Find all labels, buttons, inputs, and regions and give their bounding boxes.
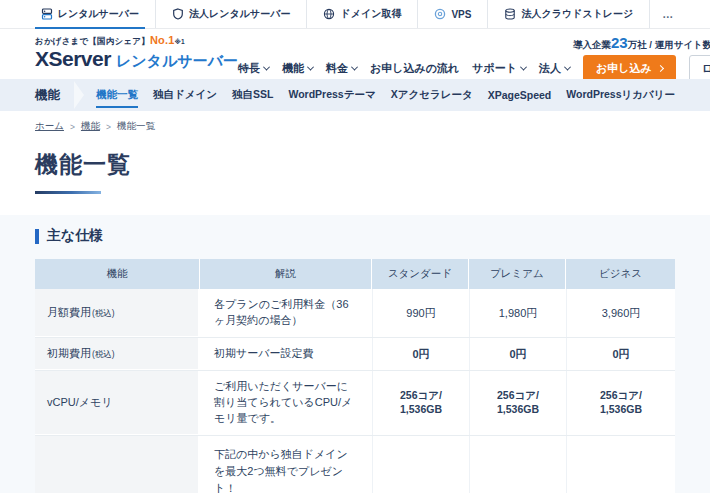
business-value-cell: 3,960円 xyxy=(566,289,675,337)
stats-label-sites: 運用サイト数 xyxy=(655,39,710,50)
service-tab-corporate-rental-server[interactable]: 法人レンタルサーバー xyxy=(155,0,306,28)
stats-separator: / xyxy=(647,39,655,50)
nav-label: 料金 xyxy=(326,61,348,76)
breadcrumb-current: 機能一覧 xyxy=(117,120,155,133)
description-cell: 初期サーバー設定費 xyxy=(200,338,372,370)
premium-value-cell xyxy=(469,436,566,493)
spec-table: 機能 解説 スタンダード プレミアム ビジネス 月額費用(税込) 各プランのご利… xyxy=(35,259,675,493)
subnav-item-feature-list[interactable]: 機能一覧 xyxy=(96,79,138,111)
standard-value-cell: 256コア/ 1,536GB xyxy=(372,371,469,435)
breadcrumb-home-link[interactable]: ホーム xyxy=(35,120,64,133)
site-header: おかげさまで【国内シェア】No.1※1 XServerレンタルサーバー 導入企業… xyxy=(0,29,710,79)
chevron-down-icon xyxy=(520,64,527,71)
logo-main-text: XServer xyxy=(35,47,111,70)
service-tab-rental-server[interactable]: レンタルサーバー xyxy=(25,0,155,28)
subnav-item-wordpress-recovery[interactable]: WordPressリカバリー xyxy=(566,79,675,111)
tagline-no1: No.1 xyxy=(150,34,175,46)
chevron-down-icon xyxy=(263,64,270,71)
feature-name: 月額費用 xyxy=(47,306,91,318)
description-cell: 下記の中から独自ドメインを最大2つ無料でプレゼント！ スタンダードの場合 .co… xyxy=(200,436,372,493)
nav-support[interactable]: サポート xyxy=(472,61,526,76)
standard-value-cell: 0円 xyxy=(372,338,469,370)
nav-label: サポート xyxy=(472,61,517,76)
col-header-premium: プレミアム xyxy=(469,259,566,289)
subnav-item-x-accelerator[interactable]: Xアクセラレータ xyxy=(391,79,473,111)
feature-tax-note: (税込) xyxy=(92,349,115,359)
breadcrumb-separator: > xyxy=(106,122,111,132)
share-no1-tagline: おかげさまで【国内シェア】No.1※1 xyxy=(35,34,238,46)
nav-features[interactable]: 特長 xyxy=(238,61,269,76)
chevron-right-icon xyxy=(657,65,664,72)
premium-value-cell: 256コア/ 1,536GB xyxy=(469,371,566,435)
free-domain-intro: 下記の中から独自ドメインを最大2つ無料でプレゼント！ xyxy=(214,446,358,493)
subnav-item-wordpress-theme[interactable]: WordPressテーマ xyxy=(288,79,375,111)
breadcrumb-parent-link[interactable]: 機能 xyxy=(81,120,100,133)
table-row-vcpu-memory: vCPU/メモリ ご利用いただくサーバーに割り当てられているCPU/メモリ量です… xyxy=(35,371,675,436)
table-row-initial-fee: 初期費用(税込) 初期サーバー設定費 0円 0円 0円 xyxy=(35,338,675,371)
logo-block[interactable]: おかげさまで【国内シェア】No.1※1 XServerレンタルサーバー xyxy=(35,34,238,79)
section-heading-text: 主な仕様 xyxy=(47,227,103,245)
subnav-item-xpagespeed[interactable]: XPageSpeed xyxy=(488,79,552,111)
tagline-prefix: おかげさまで【国内シェア】 xyxy=(35,36,150,46)
stats-unit-companies: 万社 xyxy=(628,39,647,50)
table-row-free-domain: 下記の中から独自ドメインを最大2つ無料でプレゼント！ スタンダードの場合 .co… xyxy=(35,436,675,493)
feature-cell: 初期費用(税込) xyxy=(35,338,200,370)
main-spec-section: 主な仕様 機能 解説 スタンダード プレミアム ビジネス 月額費用(税込) 各プ… xyxy=(0,215,710,493)
breadcrumb-separator: > xyxy=(70,122,75,132)
description-cell: 各プランのご利用料金（36ヶ月契約の場合） xyxy=(200,289,372,337)
section-heading: 主な仕様 xyxy=(35,227,675,245)
login-button[interactable]: ログイン xyxy=(689,55,710,82)
business-value-cell: 256コア/ 1,536GB xyxy=(566,371,675,435)
subnav-item-own-domain[interactable]: 独自ドメイン xyxy=(153,79,217,111)
page-title: 機能一覧 xyxy=(35,149,675,180)
nav-label: 特長 xyxy=(238,61,260,76)
service-tab-cloud-storage[interactable]: 法人クラウドストレージ xyxy=(487,0,649,28)
stats-label-companies: 導入企業 xyxy=(573,39,611,50)
nav-pricing[interactable]: 料金 xyxy=(326,61,357,76)
col-header-feature: 機能 xyxy=(35,259,200,289)
chevron-down-icon xyxy=(564,64,571,71)
chevron-decoration xyxy=(74,81,84,109)
apply-button-label: お申し込み xyxy=(596,61,652,76)
header-right: 導入企業23万社 / 運用サイト数250万件 ※3 特長 機能 料金 お申し込み… xyxy=(238,34,710,79)
subnav-item-own-ssl[interactable]: 独自SSL xyxy=(232,79,273,111)
col-header-business: ビジネス xyxy=(566,259,675,289)
service-tab-vps[interactable]: VPS xyxy=(417,0,487,28)
service-nav-more-button[interactable]: … xyxy=(649,0,685,28)
premium-value-cell: 1,980円 xyxy=(469,289,566,337)
table-row-monthly-fee: 月額費用(税込) 各プランのご利用料金（36ヶ月契約の場合） 990円 1,98… xyxy=(35,289,675,338)
nav-label: 機能 xyxy=(282,61,304,76)
feature-cell: 月額費用(税込) xyxy=(35,289,200,337)
chevron-down-icon xyxy=(351,64,358,71)
description-cell: ご利用いただくサーバーに割り当てられているCPU/メモリ量です。 xyxy=(200,371,372,435)
service-tab-label: レンタルサーバー xyxy=(58,7,139,21)
page-title-block: 機能一覧 xyxy=(0,133,710,194)
logo-sub-text: レンタルサーバー xyxy=(116,52,238,69)
xserver-logo[interactable]: XServerレンタルサーバー xyxy=(35,47,238,70)
standard-value-cell: 990円 xyxy=(372,289,469,337)
globe-icon xyxy=(323,8,335,20)
feature-cell: vCPU/メモリ xyxy=(35,371,200,435)
breadcrumb: ホーム > 機能 > 機能一覧 xyxy=(0,111,710,133)
shield-icon xyxy=(172,8,184,20)
nav-corporate[interactable]: 法人 xyxy=(539,61,570,76)
nav-functions[interactable]: 機能 xyxy=(282,61,313,76)
nav-application-flow[interactable]: お申し込みの流れ xyxy=(370,61,459,76)
usage-stats: 導入企業23万社 / 運用サイト数250万件 ※3 xyxy=(573,34,710,52)
login-button-label: ログイン xyxy=(702,61,710,76)
nav-label: 法人 xyxy=(539,61,561,76)
service-tab-domain[interactable]: ドメイン取得 xyxy=(306,0,417,28)
heading-bar-decoration xyxy=(35,229,39,244)
service-tab-label: 法人クラウドストレージ xyxy=(521,7,633,21)
apply-button[interactable]: お申し込み xyxy=(583,55,676,82)
feature-name: vCPU/メモリ xyxy=(47,396,113,408)
feature-cell xyxy=(35,436,200,493)
title-underline-decoration xyxy=(35,191,101,194)
stats-value-companies: 23 xyxy=(611,34,628,51)
col-header-description: 解説 xyxy=(200,259,372,289)
business-value-cell: 0円 xyxy=(566,338,675,370)
service-tab-label: ドメイン取得 xyxy=(340,7,401,21)
nav-label: お申し込みの流れ xyxy=(370,61,459,76)
subnav-section-label: 機能 xyxy=(35,87,60,104)
main-nav: 特長 機能 料金 お申し込みの流れ サポート 法人 お申し込み ログイン xyxy=(238,55,710,82)
